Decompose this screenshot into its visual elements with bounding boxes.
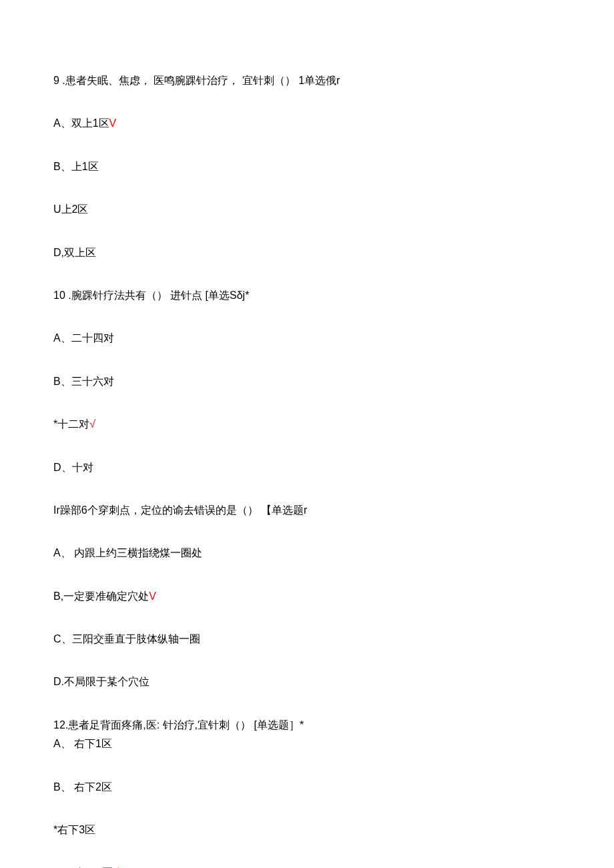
question-12: 12.患者足背面疼痛,医: 针治疗,宜针刺（） [单选题］* xyxy=(53,718,561,733)
q10-b-text: B、三十六对 xyxy=(53,376,114,387)
q11-b-correct-mark: V xyxy=(149,590,156,602)
q9-option-d: D,双上区 xyxy=(53,246,561,260)
q11-d-text: D.不局限于某个穴位 xyxy=(53,676,149,687)
q11-c-text: C、三阳交垂直于肢体纵轴一圈 xyxy=(53,633,200,644)
q12-option-d: D、 右下4区√ xyxy=(53,865,561,868)
q12-c-text: *右下3区 xyxy=(53,824,95,835)
question-12-text: 12.患者足背面疼痛,医: 针治疗,宜针刺（） [单选题］* xyxy=(53,719,304,731)
q12-option-b: B、 右下2区 xyxy=(53,780,561,795)
q9-a-correct-mark: V xyxy=(109,117,117,129)
q10-option-b: B、三十六对 xyxy=(53,374,561,389)
question-9-text: 9 .患者失眠、焦虑， 医鸣腕踝针治疗， 宜针刺（） 1单选俄r xyxy=(53,75,340,86)
question-11: Ir躁部6个穿刺点，定位的谕去错误的是（） 【单选题r xyxy=(53,503,561,518)
q9-d-text: D,双上区 xyxy=(53,247,96,258)
q9-a-text: A、双上1区 xyxy=(53,117,109,129)
q10-option-d: D、十对 xyxy=(53,460,561,475)
q11-option-a: A、 内跟上约三横指绕煤一圈处 xyxy=(53,546,561,560)
q9-option-c: U上2区 xyxy=(53,202,561,217)
q11-option-d: D.不局限于某个穴位 xyxy=(53,675,561,689)
q10-c-text: *十二对 xyxy=(53,418,89,430)
q12-b-text: B、 右下2区 xyxy=(53,781,112,793)
q10-option-a: A、二十四对 xyxy=(53,331,561,346)
q12-option-c: *右下3区 xyxy=(53,823,561,837)
question-10-text: 10 .腕踝针疗法共有（） 进针点 [单选Sδj* xyxy=(53,290,249,301)
q9-c-text: U上2区 xyxy=(53,203,88,215)
q10-option-c: *十二对√ xyxy=(53,417,561,432)
q9-option-b: B、上1区 xyxy=(53,159,561,174)
q10-a-text: A、二十四对 xyxy=(53,332,114,344)
q11-option-c: C、三阳交垂直于肢体纵轴一圈 xyxy=(53,632,561,646)
question-11-text: Ir躁部6个穿刺点，定位的谕去错误的是（） 【单选题r xyxy=(53,504,307,516)
question-10: 10 .腕踝针疗法共有（） 进针点 [单选Sδj* xyxy=(53,288,561,303)
q9-option-a: A、双上1区V xyxy=(53,116,561,131)
q12-option-a: A、 右下1区 xyxy=(53,737,561,751)
q12-a-text: A、 右下1区 xyxy=(53,738,112,749)
q10-d-text: D、十对 xyxy=(53,462,93,473)
question-9: 9 .患者失眠、焦虑， 医鸣腕踝针治疗， 宜针刺（） 1单选俄r xyxy=(53,73,561,88)
q11-option-b: B,一定要准确定穴处V xyxy=(53,589,561,604)
q9-b-text: B、上1区 xyxy=(53,161,99,172)
q10-c-correct-mark: √ xyxy=(89,418,95,430)
q11-b-text: B,一定要准确定穴处 xyxy=(53,590,149,602)
q11-a-text: A、 内跟上约三横指绕煤一圈处 xyxy=(53,547,202,558)
